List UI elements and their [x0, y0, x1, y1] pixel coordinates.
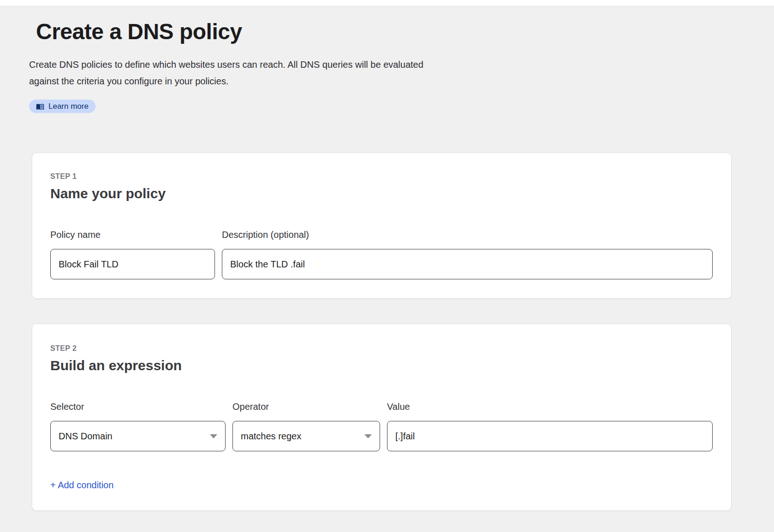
step2-card: STEP 2 Build an expression Selector DNS … — [32, 324, 732, 511]
step1-heading: Name your policy — [50, 185, 713, 202]
operator-label: Operator — [232, 402, 380, 412]
chevron-down-icon — [210, 434, 217, 438]
top-strip — [0, 0, 774, 6]
step1-label: STEP 1 — [50, 172, 713, 180]
page-header: Create a DNS policy Create DNS policies … — [29, 19, 490, 113]
step2-fields-row: Selector DNS Domain Operator matches reg… — [50, 402, 713, 451]
page-title: Create a DNS policy — [36, 19, 490, 44]
book-icon — [36, 102, 44, 111]
value-field-group: Value — [387, 402, 713, 451]
description-input[interactable] — [222, 249, 713, 279]
chevron-down-icon — [364, 434, 372, 438]
policy-name-field-group: Policy name — [50, 230, 215, 279]
description-label: Description (optional) — [222, 230, 713, 240]
value-label: Value — [387, 402, 713, 412]
page-background: Create a DNS policy Create DNS policies … — [0, 0, 774, 532]
selector-dropdown[interactable]: DNS Domain — [50, 421, 226, 451]
step1-fields-row: Policy name Description (optional) — [50, 230, 713, 279]
selector-label: Selector — [50, 402, 226, 412]
operator-field-group: Operator matches regex — [232, 402, 380, 451]
selector-dropdown-value: DNS Domain — [59, 431, 113, 442]
policy-name-input[interactable] — [50, 249, 215, 279]
selector-field-group: Selector DNS Domain — [50, 402, 226, 451]
step2-heading: Build an expression — [50, 357, 713, 374]
add-condition-link[interactable]: + Add condition — [50, 480, 113, 491]
value-input[interactable] — [387, 421, 713, 451]
learn-more-button[interactable]: Learn more — [29, 100, 95, 113]
learn-more-label: Learn more — [48, 102, 89, 111]
operator-dropdown[interactable]: matches regex — [232, 421, 380, 451]
policy-name-label: Policy name — [50, 230, 215, 240]
description-field-group: Description (optional) — [222, 230, 713, 279]
operator-dropdown-value: matches regex — [241, 431, 301, 442]
page-description: Create DNS policies to define which webs… — [29, 56, 449, 89]
step2-label: STEP 2 — [50, 344, 713, 352]
step1-card: STEP 1 Name your policy Policy name Desc… — [32, 153, 732, 299]
